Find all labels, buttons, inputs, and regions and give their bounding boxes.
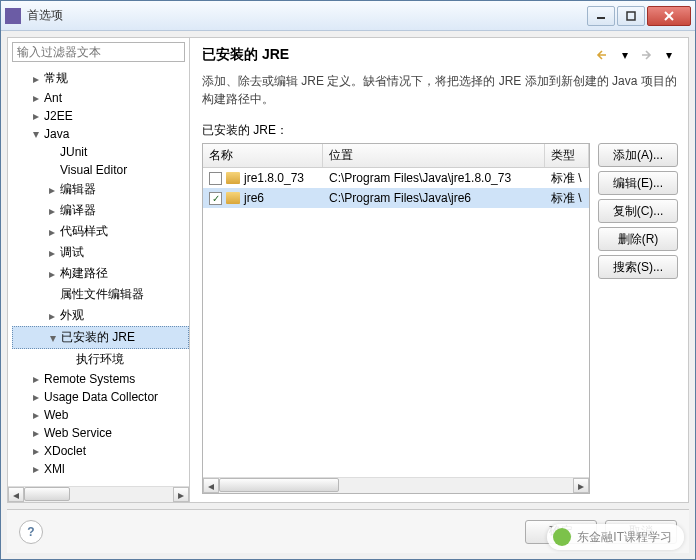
expand-icon[interactable]: ▸ [46,184,57,195]
tree-item[interactable]: ▸Ant [12,89,189,107]
tree-item[interactable]: JUnit [12,143,189,161]
col-location[interactable]: 位置 [323,144,545,167]
page-title: 已安装的 JRE [202,46,594,64]
tree-item-label: 执行环境 [76,351,124,368]
expand-icon[interactable]: ▸ [30,93,41,104]
tree-item-label: JUnit [60,145,87,159]
tree-item-label: Usage Data Collector [44,390,158,404]
edit-button[interactable]: 编辑(E)... [598,171,678,195]
tree-item-label: Visual Editor [60,163,127,177]
search-button[interactable]: 搜索(S)... [598,255,678,279]
leaf-icon [46,289,57,300]
nav-back-icon[interactable] [594,47,612,63]
tree-item[interactable]: ▸外观 [12,305,189,326]
copy-button[interactable]: 复制(C)... [598,199,678,223]
jre-location: C:\Program Files\Java\jre6 [323,191,545,205]
tree-item[interactable]: ▸编译器 [12,200,189,221]
tree-item[interactable]: ▸编辑器 [12,179,189,200]
table-row[interactable]: ✓jre6C:\Program Files\Java\jre6标准 \ [203,188,589,208]
jre-icon [226,192,240,204]
scroll-left-icon[interactable]: ◂ [203,478,219,493]
add-button[interactable]: 添加(A)... [598,143,678,167]
tree-item[interactable]: ▸Remote Systems [12,370,189,388]
expand-icon[interactable]: ▸ [46,226,57,237]
tree-item-label: 编辑器 [60,181,96,198]
help-button[interactable]: ? [19,520,43,544]
jre-icon [226,172,240,184]
tree-item-label: 属性文件编辑器 [60,286,144,303]
expand-icon[interactable]: ▸ [30,410,41,421]
expand-icon[interactable]: ▸ [30,374,41,385]
col-name[interactable]: 名称 [203,144,323,167]
minimize-button[interactable] [587,6,615,26]
tree-item-label: XDoclet [44,444,86,458]
remove-button[interactable]: 删除(R) [598,227,678,251]
collapse-icon[interactable]: ▾ [30,129,41,140]
tree-item[interactable]: ▸常规 [12,68,189,89]
jre-table: 名称 位置 类型 jre1.8.0_73C:\Program Files\Jav… [202,143,590,494]
tree-item[interactable]: ▸Web Service [12,424,189,442]
page-content: 已安装的 JRE ▾ ▾ 添加、除去或编辑 JRE 定义。缺省情况下，将把选择的… [190,38,688,502]
tree-item[interactable]: Visual Editor [12,161,189,179]
table-horizontal-scrollbar[interactable]: ◂ ▸ [203,477,589,493]
jre-name: jre6 [244,191,264,205]
tree-item[interactable]: ▸J2EE [12,107,189,125]
tree-item-label: 调试 [60,244,84,261]
expand-icon[interactable]: ▸ [46,247,57,258]
tree-item[interactable]: ▸调试 [12,242,189,263]
tree-item[interactable]: ▸XMl [12,460,189,478]
tree-item[interactable]: ▸Usage Data Collector [12,388,189,406]
tree-item[interactable]: ▸Web [12,406,189,424]
nav-menu-icon[interactable]: ▾ [660,47,678,63]
expand-icon[interactable]: ▸ [46,310,57,321]
tree-item-label: 外观 [60,307,84,324]
tree-item-label: Java [44,127,69,141]
tree-item[interactable]: ▾已安装的 JRE [12,326,189,349]
checkbox[interactable]: ✓ [209,192,222,205]
table-row[interactable]: jre1.8.0_73C:\Program Files\Java\jre1.8.… [203,168,589,188]
maximize-button[interactable] [617,6,645,26]
expand-icon[interactable]: ▸ [46,205,57,216]
col-type[interactable]: 类型 [545,144,589,167]
tree-item-label: Web [44,408,68,422]
expand-icon[interactable]: ▸ [46,268,57,279]
tree-horizontal-scrollbar[interactable]: ◂ ▸ [8,486,189,502]
expand-icon[interactable]: ▸ [30,428,41,439]
jre-name: jre1.8.0_73 [244,171,304,185]
expand-icon[interactable]: ▸ [30,392,41,403]
scroll-right-icon[interactable]: ▸ [573,478,589,493]
nav-forward-icon[interactable] [638,47,656,63]
scroll-right-icon[interactable]: ▸ [173,487,189,502]
expand-icon[interactable]: ▸ [30,73,41,84]
watermark: 东金融IT课程学习 [547,524,684,550]
wechat-icon [553,528,571,546]
expand-icon[interactable]: ▸ [30,464,41,475]
sidebar: ▸常规▸Ant▸J2EE▾JavaJUnitVisual Editor▸编辑器▸… [8,38,190,502]
leaf-icon [46,165,57,176]
tree-item[interactable]: 执行环境 [12,349,189,370]
scroll-thumb[interactable] [219,478,339,492]
tree-item[interactable]: ▾Java [12,125,189,143]
list-label: 已安装的 JRE： [202,122,678,139]
jre-type: 标准 \ [545,190,589,207]
tree-item[interactable]: ▸代码样式 [12,221,189,242]
tree-item-label: 构建路径 [60,265,108,282]
scroll-thumb[interactable] [24,487,70,501]
tree-item[interactable]: ▸构建路径 [12,263,189,284]
preferences-tree[interactable]: ▸常规▸Ant▸J2EE▾JavaJUnitVisual Editor▸编辑器▸… [8,66,189,486]
table-header: 名称 位置 类型 [203,144,589,168]
tree-item[interactable]: ▸XDoclet [12,442,189,460]
collapse-icon[interactable]: ▾ [47,332,58,343]
close-button[interactable] [647,6,691,26]
filter-input[interactable] [12,42,185,62]
tree-item-label: Web Service [44,426,112,440]
tree-item-label: 代码样式 [60,223,108,240]
app-icon [5,8,21,24]
expand-icon[interactable]: ▸ [30,111,41,122]
titlebar: 首选项 [1,1,695,31]
scroll-left-icon[interactable]: ◂ [8,487,24,502]
tree-item[interactable]: 属性文件编辑器 [12,284,189,305]
expand-icon[interactable]: ▸ [30,446,41,457]
checkbox[interactable] [209,172,222,185]
nav-dropdown-icon[interactable]: ▾ [616,47,634,63]
